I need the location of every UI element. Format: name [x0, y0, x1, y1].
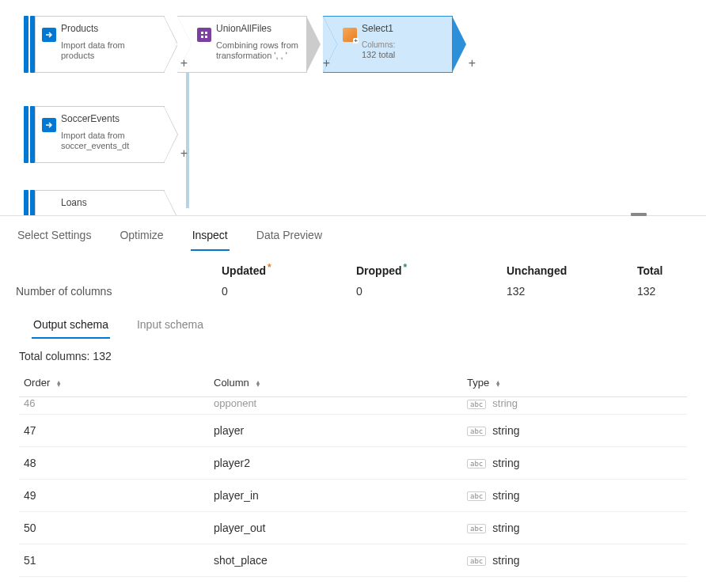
summary-header-dropped: Dropped* [356, 264, 507, 277]
type-badge: abc [467, 400, 486, 409]
column-header-type[interactable]: Type ▲▼ [462, 370, 687, 397]
tab-select-settings[interactable]: Select Settings [16, 224, 93, 251]
node-title: Products [61, 23, 158, 34]
inspect-summary: Updated* Dropped* Unchanged Total Number… [0, 252, 706, 313]
node-title: UnionAllFiles [216, 23, 300, 34]
cell-column: opponent [209, 397, 462, 415]
svg-rect-3 [205, 36, 207, 38]
cell-order: 51 [19, 544, 209, 577]
tab-optimize[interactable]: Optimize [118, 224, 165, 251]
table-row[interactable]: 51shot_placeabcstring [19, 544, 687, 577]
details-tabs: Select Settings Optimize Inspect Data Pr… [0, 216, 706, 252]
add-step-button[interactable]: + [180, 56, 188, 70]
dataflow-canvas[interactable]: Products Import data from products + Soc… [0, 0, 706, 215]
table-row[interactable]: 47playerabcstring [19, 415, 687, 447]
tab-data-preview[interactable]: Data Preview [255, 224, 324, 251]
sort-icon: ▲▼ [495, 381, 501, 387]
cell-order: 49 [19, 480, 209, 512]
summary-header-unchanged: Unchanged [507, 264, 637, 277]
details-panel: Select Settings Optimize Inspect Data Pr… [0, 215, 706, 577]
summary-header-updated: Updated* [222, 264, 356, 277]
union-icon [197, 28, 211, 42]
node-columns-value: 132 total [362, 50, 446, 60]
svg-rect-1 [205, 32, 207, 34]
total-columns-label: Total columns: 132 [0, 339, 706, 370]
summary-header-total: Total [637, 264, 690, 277]
source-icon [42, 28, 56, 42]
cell-column: player_out [209, 512, 462, 544]
subtab-input-schema[interactable]: Input schema [135, 313, 205, 339]
add-step-button[interactable]: + [323, 56, 330, 70]
type-badge: abc [467, 556, 486, 566]
cell-order: 48 [19, 447, 209, 480]
node-desc: Import data from soccer_events_dt [61, 131, 158, 151]
node-union-all-files[interactable]: UnionAllFiles Combining rows from transf… [177, 16, 307, 73]
sort-icon: ▲▼ [56, 381, 62, 387]
cell-type: abcstring [462, 512, 687, 544]
svg-rect-0 [201, 32, 203, 34]
cell-column: player_in [209, 480, 462, 512]
node-desc: Combining rows from transformation ', , … [216, 40, 300, 61]
summary-total-value: 132 [637, 285, 690, 298]
subtab-output-schema[interactable]: Output schema [32, 313, 110, 339]
column-header-column[interactable]: Column ▲▼ [209, 370, 462, 397]
node-desc: Import data from products [61, 40, 158, 61]
panel-drag-handle[interactable] [631, 213, 647, 216]
svg-rect-2 [201, 36, 203, 38]
node-title: SoccerEvents [61, 113, 158, 124]
summary-updated-value: 0 [222, 285, 356, 298]
table-row[interactable]: 50player_outabcstring [19, 512, 687, 544]
cell-type: abcstring [462, 397, 687, 415]
node-title: Loans [61, 197, 158, 208]
node-loans[interactable]: Loans [24, 190, 165, 215]
node-columns-label: Columns: [362, 40, 446, 50]
type-badge: abc [467, 524, 486, 533]
table-row[interactable]: 48player2abcstring [19, 447, 687, 480]
table-row[interactable]: 46opponentabcstring [19, 397, 687, 415]
cell-type: abcstring [462, 480, 687, 512]
cell-order: 50 [19, 512, 209, 544]
node-products[interactable]: Products Import data from products + [24, 16, 165, 73]
source-icon [42, 118, 56, 132]
cell-order: 46 [19, 397, 209, 415]
summary-row-label: Number of columns [16, 285, 222, 298]
type-badge: abc [467, 491, 486, 501]
tab-inspect[interactable]: Inspect [191, 224, 230, 251]
cell-type: abcstring [462, 544, 687, 577]
type-badge: abc [467, 459, 486, 469]
column-header-order[interactable]: Order ▲▼ [19, 370, 209, 397]
add-step-button[interactable]: + [469, 56, 476, 70]
schema-table: Order ▲▼ Column ▲▼ Type ▲▼ 46opponentabc… [19, 370, 687, 577]
sort-icon: ▲▼ [255, 381, 260, 387]
node-soccer-events[interactable]: SoccerEvents Import data from soccer_eve… [24, 106, 165, 163]
type-badge: abc [467, 427, 486, 436]
cell-column: player2 [209, 447, 462, 480]
cell-order: 47 [19, 415, 209, 447]
cell-type: abcstring [462, 415, 687, 447]
node-select1[interactable]: Select1 Columns: 132 total + [323, 16, 453, 73]
node-title: Select1 [362, 23, 446, 34]
add-step-button[interactable]: + [180, 146, 188, 161]
summary-dropped-value: 0 [356, 285, 507, 298]
select-icon [343, 28, 357, 42]
cell-type: abcstring [462, 447, 687, 480]
table-row[interactable]: 49player_inabcstring [19, 480, 687, 512]
cell-column: player [209, 415, 462, 447]
schema-subtabs: Output schema Input schema [0, 313, 706, 339]
cell-column: shot_place [209, 544, 462, 577]
summary-unchanged-value: 132 [507, 285, 637, 298]
